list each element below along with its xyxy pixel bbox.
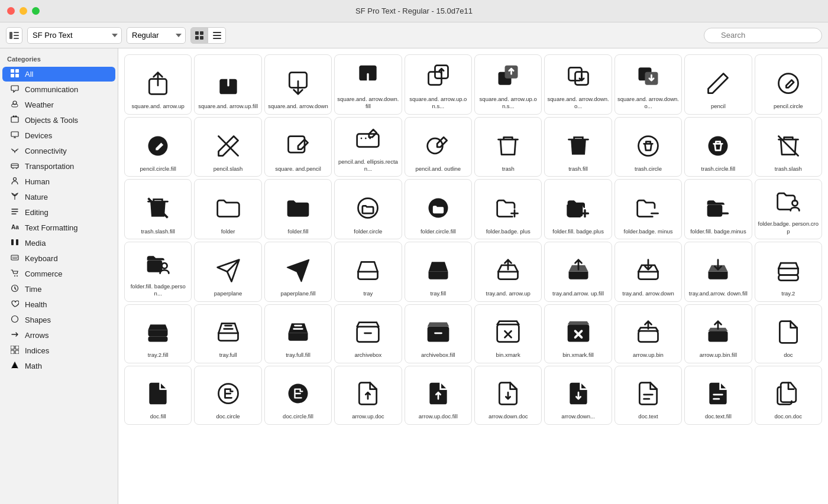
grid-view-button[interactable] (190, 27, 208, 44)
icon-cell-paperplane[interactable]: paperplane (194, 242, 261, 302)
icon-cell-trash.circle.fill[interactable]: trash.circle.fill (684, 117, 752, 177)
icon-cell-tray.full.fill[interactable]: tray.full.fill (264, 304, 332, 363)
trash.circle.fill-icon (705, 129, 731, 162)
sidebar-item-commerce[interactable]: Commerce (2, 266, 115, 281)
sidebar-item-arrows[interactable]: Arrows (2, 328, 115, 343)
icon-cell-square.and.arrow.up.on.s2[interactable]: square.and. arrow.up.on.s... (474, 54, 542, 115)
sidebar-item-label: Communication (25, 85, 78, 94)
bin.xmark-icon (495, 316, 521, 348)
icon-cell-doc.text.fill[interactable]: doc.text.fill (684, 366, 752, 425)
sidebar-item-health[interactable]: Health (2, 297, 115, 312)
sidebar-item-time[interactable]: Time (2, 282, 115, 297)
icon-cell-trash.slash.fill[interactable]: trash.slash.fill (124, 179, 192, 239)
icons-area[interactable]: square.and. arrow.upsquare.and. arrow.up… (118, 48, 828, 504)
icon-cell-square.and.arrow.down.fill[interactable]: square.and. arrow.down.fill (334, 54, 402, 115)
icon-cell-pencil.and.ellipsis[interactable]: pencil.and. ellipsis.rectan... (334, 117, 402, 177)
maximize-button[interactable] (32, 7, 40, 15)
icon-cell-archivebox.fill[interactable]: archivebox.fill (405, 304, 472, 363)
icon-cell-trash.slash[interactable]: trash.slash (755, 117, 822, 177)
sidebar-item-shapes[interactable]: Shapes (2, 313, 115, 327)
sidebar-item-devices[interactable]: Devices (2, 128, 115, 143)
icon-cell-arrow.up.bin[interactable]: arrow.up.bin (614, 304, 682, 363)
sidebar-item-weather[interactable]: Weather (2, 97, 115, 112)
icon-cell-folder.fill.badge.minus[interactable]: folder.fill. badge.minus (684, 179, 752, 239)
sidebar-item-human[interactable]: Human (2, 174, 115, 189)
icon-cell-tray.2.fill[interactable]: tray.2.fill (124, 304, 192, 363)
sidebar-item-text-formatting[interactable]: AaText Formatting (2, 220, 115, 235)
sidebar-item-transportation[interactable]: Transportation (2, 159, 115, 174)
icon-cell-folder.badge.plus[interactable]: folder.badge. plus (474, 179, 542, 239)
sidebar-item-editing[interactable]: Editing (2, 205, 115, 220)
icon-cell-square.and.arrow.down.o[interactable]: square.and. arrow.down.o... (544, 54, 612, 115)
sidebar-item-indices[interactable]: Indices (2, 343, 115, 358)
list-view-button[interactable] (208, 27, 226, 44)
window-title: SF Pro Text - Regular - 15.0d7e11 (355, 6, 473, 15)
icon-cell-arrow.up.bin.fill[interactable]: arrow.up.bin.fill (684, 304, 752, 363)
icon-cell-square.and.arrow.down[interactable]: square.and. arrow.down (264, 54, 332, 115)
icon-cell-pencil.circle[interactable]: pencil.circle (755, 54, 822, 115)
icon-cell-tray[interactable]: tray (334, 242, 402, 302)
icon-cell-arrow.up.doc[interactable]: arrow.up.doc (334, 366, 402, 425)
weight-selector[interactable]: Regular (127, 27, 186, 44)
search-input[interactable] (704, 28, 822, 43)
icon-cell-folder.circle[interactable]: folder.circle (334, 179, 402, 239)
sidebar-item-label: Indices (25, 346, 49, 355)
sidebar-item-connectivity[interactable]: Connectivity (2, 144, 115, 158)
icon-cell-doc.text[interactable]: doc.text (614, 366, 682, 425)
icon-cell-pencil.circle.fill[interactable]: pencil.circle.fill (124, 117, 192, 177)
icon-cell-square.and.arrow.up[interactable]: square.and. arrow.up (124, 54, 192, 115)
icon-cell-doc[interactable]: doc (755, 304, 822, 363)
icon-cell-folder.badge.minus[interactable]: folder.badge. minus (614, 179, 682, 239)
icon-cell-bin.xmark[interactable]: bin.xmark (474, 304, 542, 363)
icon-cell-archivebox[interactable]: archivebox (334, 304, 402, 363)
icon-cell-tray.and.arrow.up.fill[interactable]: tray.and.arrow. up.fill (544, 242, 612, 302)
sidebar-toggle-button[interactable] (6, 27, 22, 44)
icon-cell-square.and.arrow.down.o2[interactable]: square.and. arrow.down.o... (614, 54, 682, 115)
icon-cell-bin.xmark.fill[interactable]: bin.xmark.fill (544, 304, 612, 363)
tray.and.arrow.up.fill-icon (565, 254, 591, 287)
minimize-button[interactable] (20, 7, 27, 15)
sidebar-item-keyboard[interactable]: Keyboard (2, 251, 115, 266)
icon-cell-paperplane.fill[interactable]: paperplane.fill (264, 242, 332, 302)
close-button[interactable] (7, 7, 15, 15)
icon-cell-arrow.up.doc.fill[interactable]: arrow.up.doc.fill (405, 366, 472, 425)
icon-label-doc.circle.fill: doc.circle.fill (283, 413, 313, 420)
icon-cell-tray.and.arrow.down.fill[interactable]: tray.and.arrow. down.fill (684, 242, 752, 302)
icon-cell-folder.badge.person.crop[interactable]: folder.badge. person.crop (755, 179, 822, 239)
sidebar-item-media[interactable]: Media (2, 236, 115, 251)
svg-rect-17 (11, 132, 18, 136)
icon-cell-pencil[interactable]: pencil (684, 54, 752, 115)
svg-rect-8 (213, 32, 221, 33)
icon-cell-pencil.slash[interactable]: pencil.slash (194, 117, 261, 177)
icon-cell-tray.and.arrow.down[interactable]: tray.and. arrow.down (614, 242, 682, 302)
icon-cell-tray.full[interactable]: tray.full (194, 304, 261, 363)
icon-cell-tray.and.arrow.up[interactable]: tray.and. arrow.up (474, 242, 542, 302)
sidebar-item-nature[interactable]: Nature (2, 190, 115, 204)
font-selector[interactable]: SF Pro Text (27, 27, 122, 44)
sidebar-item-objects[interactable]: Objects & Tools (2, 113, 115, 128)
icon-cell-tray.2[interactable]: tray.2 (755, 242, 822, 302)
icon-cell-trash.circle[interactable]: trash.circle (614, 117, 682, 177)
icon-cell-folder.fill.badge.person[interactable]: folder.fill. badge.person... (124, 242, 192, 302)
arrow.up.bin-icon (635, 316, 661, 348)
icon-cell-trash[interactable]: trash (474, 117, 542, 177)
icon-cell-arrow.down.doc2[interactable]: arrow.down... (544, 366, 612, 425)
sidebar-item-all[interactable]: All (2, 67, 115, 82)
icon-cell-doc.on.doc[interactable]: doc.on.doc (755, 366, 822, 425)
icon-cell-trash.fill[interactable]: trash.fill (544, 117, 612, 177)
sidebar-item-communication[interactable]: Communication (2, 82, 115, 97)
icon-cell-folder.fill.badge.plus[interactable]: folder.fill. badge.plus (544, 179, 612, 239)
icon-cell-folder.fill[interactable]: folder.fill (264, 179, 332, 239)
icon-cell-arrow.down.doc[interactable]: arrow.down.doc (474, 366, 542, 425)
icon-cell-folder[interactable]: folder (194, 179, 261, 239)
icon-cell-doc.circle.fill[interactable]: doc.circle.fill (264, 366, 332, 425)
icon-cell-square.and.arrow.up.fill[interactable]: square.and. arrow.up.fill (194, 54, 261, 115)
icon-cell-doc.circle[interactable]: doc.circle (194, 366, 261, 425)
icon-cell-doc.fill[interactable]: doc.fill (124, 366, 192, 425)
icon-cell-square.and.arrow.up.on.s[interactable]: square.and. arrow.up.on.s... (405, 54, 472, 115)
sidebar-item-math[interactable]: Math (2, 359, 115, 373)
icon-cell-folder.circle.fill[interactable]: folder.circle.fill (405, 179, 472, 239)
icon-cell-tray.fill[interactable]: tray.fill (405, 242, 472, 302)
icon-cell-pencil.and.outline[interactable]: pencil.and. outline (405, 117, 472, 177)
icon-cell-square.and.pencil[interactable]: square. and.pencil (264, 117, 332, 177)
